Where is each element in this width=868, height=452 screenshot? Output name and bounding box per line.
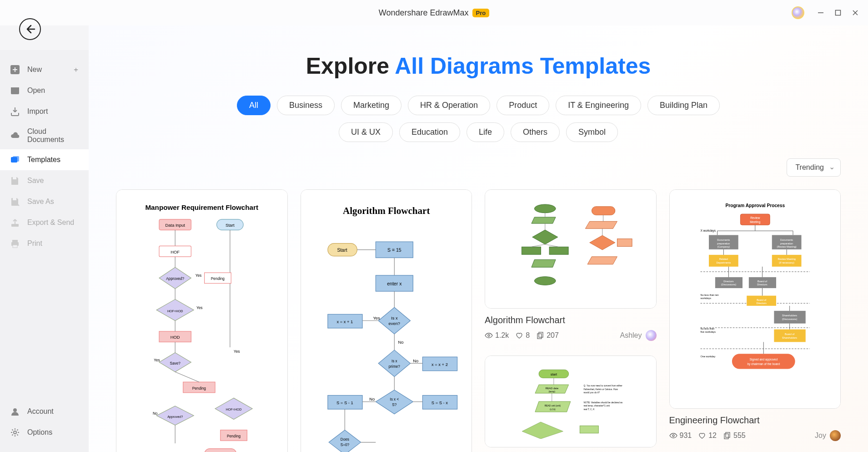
pill-hr-operation[interactable]: HR & Operation (408, 96, 490, 115)
plus-square-icon (10, 65, 20, 75)
saveas-icon (10, 197, 20, 207)
svg-rect-132 (617, 239, 632, 247)
svg-rect-156 (580, 426, 598, 433)
sidebar-label: Export & Send (27, 218, 74, 227)
heart-icon (515, 331, 523, 340)
sidebar-item-options[interactable]: Options (0, 422, 89, 443)
svg-text:Review Meeting: Review Meeting (778, 258, 795, 260)
pill-business[interactable]: Business (277, 96, 335, 115)
maximize-button[interactable] (833, 8, 843, 17)
svg-text:HOF=HOD: HOF=HOD (167, 310, 183, 313)
sidebar-item-saveas: Save As (0, 191, 89, 212)
sidebar-label: Save As (27, 198, 54, 206)
sort-row: Trending (89, 149, 868, 177)
svg-line-66 (175, 372, 199, 382)
svg-text:HOF=HOD: HOF=HOD (226, 408, 241, 411)
pill-others[interactable]: Others (511, 122, 560, 142)
svg-text:Pending: Pending (211, 277, 225, 281)
template-card-algorithm[interactable] (485, 189, 657, 309)
likes-stat: 8 (515, 331, 530, 340)
svg-text:READ date: READ date (545, 387, 558, 390)
sidebar-label: Print (27, 239, 42, 248)
svg-rect-129 (592, 207, 615, 215)
template-card-algorithm-tall[interactable]: Algorithm Flowchart Start S = 15 enter x… (301, 189, 472, 452)
svg-text:Yes: Yes (373, 316, 380, 320)
svg-text:X workdays: X workdays (700, 229, 715, 233)
svg-text:Board of: Board of (757, 299, 766, 301)
sort-select[interactable]: Trending (787, 158, 841, 177)
sidebar-item-new[interactable]: New ＋ (0, 59, 89, 80)
template-thumb: start READ date(temp) READ unit (unit)(c… (485, 356, 656, 447)
close-button[interactable] (851, 8, 860, 17)
svg-text:No: No (369, 397, 375, 401)
svg-marker-95 (376, 390, 413, 414)
svg-rect-174 (709, 255, 738, 267)
folder-icon (10, 86, 20, 96)
sidebar-item-templates[interactable]: Templates (0, 149, 89, 170)
pill-symbol[interactable]: Symbol (566, 122, 618, 142)
svg-rect-18 (12, 240, 18, 242)
pill-marketing[interactable]: Marketing (341, 96, 401, 115)
copies-stat: 207 (536, 331, 559, 340)
svg-text:S=0?: S=0? (340, 443, 349, 447)
template-card-engineering[interactable]: Program Approval Process ReviewMeeting X… (669, 189, 841, 409)
template-card-manpower[interactable]: Manpower Requirement Flowchart Data Inpu… (116, 189, 288, 452)
svg-rect-12 (11, 87, 19, 89)
svg-marker-131 (590, 235, 615, 250)
svg-text:Pending: Pending (192, 386, 206, 391)
eye-icon (669, 432, 677, 440)
svg-rect-204 (732, 354, 795, 369)
svg-text:Does: Does (340, 437, 349, 442)
svg-text:Program Approval Process: Program Approval Process (725, 203, 785, 208)
svg-marker-119 (532, 217, 556, 223)
pill-ui-ux[interactable]: UI & UX (339, 122, 393, 142)
svg-marker-120 (532, 230, 558, 244)
svg-marker-123 (532, 259, 556, 267)
svg-text:Yes: Yes (196, 306, 202, 310)
svg-rect-177 (772, 255, 801, 267)
back-button[interactable] (19, 18, 41, 40)
sidebar-item-account[interactable]: Account (0, 401, 89, 422)
category-pills-row2: UI & UX Education Life Others Symbol (89, 122, 868, 142)
svg-marker-133 (587, 257, 617, 264)
template-thumb: Program Approval Process ReviewMeeting X… (670, 190, 841, 408)
svg-rect-122 (549, 247, 568, 254)
card-author[interactable]: Ashley (620, 330, 656, 341)
app-title: Wondershare EdrawMax (379, 8, 469, 18)
sidebar-item-open[interactable]: Open (0, 80, 89, 101)
print-icon (10, 239, 20, 249)
svg-rect-17 (11, 224, 19, 227)
user-avatar-icon[interactable] (792, 6, 804, 19)
svg-rect-1 (836, 10, 841, 15)
sidebar-label: Templates (27, 156, 60, 164)
svg-text:(temp): (temp) (549, 391, 556, 393)
svg-rect-193 (774, 311, 805, 324)
pill-education[interactable]: Education (399, 122, 460, 142)
svg-text:x = x + 2: x = x + 2 (431, 362, 447, 367)
sidebar-item-import[interactable]: Import (0, 101, 89, 122)
pill-it-engineering[interactable]: IT & Engineering (556, 96, 641, 115)
titlebar: Wondershare EdrawMax Pro (0, 0, 868, 25)
svg-text:(Discussions): (Discussions) (721, 283, 736, 286)
sidebar-item-cloud[interactable]: Cloud Documents (0, 122, 89, 149)
svg-text:even?: even? (388, 321, 400, 326)
author-avatar-icon (646, 330, 657, 341)
template-thumb: Algorithm Flowchart Start S = 15 enter x… (301, 190, 472, 452)
pill-product[interactable]: Product (497, 96, 549, 115)
template-card-conversion[interactable]: start READ date(temp) READ unit (unit)(c… (485, 356, 657, 447)
plus-icon[interactable]: ＋ (72, 65, 80, 75)
svg-text:One workday: One workday (700, 355, 715, 358)
sort-selected-label: Trending (795, 163, 824, 171)
svg-text:preparation: preparation (780, 242, 793, 245)
pill-building-plan[interactable]: Building Plan (647, 96, 720, 115)
pill-life[interactable]: Life (467, 122, 504, 142)
svg-text:Related: Related (719, 258, 728, 260)
minimize-button[interactable] (816, 8, 825, 17)
card-author[interactable]: Joy (815, 430, 841, 441)
svg-text:Directors: Directors (757, 283, 767, 286)
svg-rect-198 (774, 330, 805, 342)
svg-text:start: start (551, 372, 557, 376)
svg-text:(c,f,k): (c,f,k) (550, 408, 556, 411)
sidebar-item-save: Save (0, 170, 89, 191)
pill-all[interactable]: All (237, 96, 271, 115)
